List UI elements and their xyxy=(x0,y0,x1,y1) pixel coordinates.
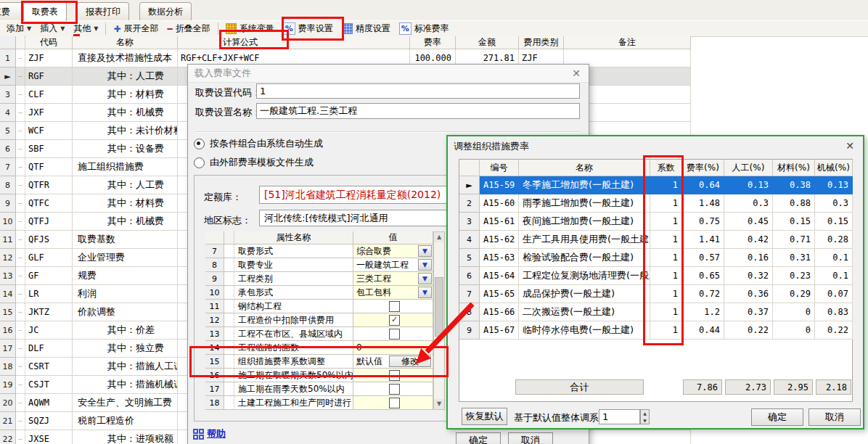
machine-cell: 0.1 xyxy=(815,267,853,285)
row-number: 18 xyxy=(0,358,16,376)
radio-external-template[interactable]: 由外部费率模板文件生成 xyxy=(194,156,314,169)
checkbox[interactable] xyxy=(389,398,400,408)
property-value-cell[interactable] xyxy=(353,382,433,396)
scroll-up-icon[interactable]: ▲ xyxy=(434,232,444,242)
property-row[interactable]: 10承包形式包工包料▼ xyxy=(205,286,445,300)
coef-spinner[interactable]: ▲▼ xyxy=(640,409,650,424)
chevron-down-icon[interactable]: ▼ xyxy=(418,259,432,271)
chevron-down-icon[interactable]: ▼ xyxy=(418,245,432,257)
table-row[interactable]: ►A15-59冬季施工增加费(一般土建)10.640.130.380.13 xyxy=(459,176,852,194)
property-row[interactable]: 13工程不在市区、县城区域内 xyxy=(205,327,445,341)
table-row[interactable]: 4A15-62生产工具用具使用费(一般土建)11.410.420.710.28 xyxy=(459,231,852,249)
expand-all-button[interactable]: ✚展开全部 xyxy=(109,22,163,36)
name-cell: 其中：进项税额 xyxy=(73,430,178,444)
property-value-cell[interactable] xyxy=(353,327,433,341)
table-row[interactable]: 9A15-67临时停水停电费(一般土建)10.440.2200.22 xyxy=(459,321,852,340)
machine-cell: 0.83 xyxy=(815,303,853,321)
property-value-cell[interactable]: 默认值修改 xyxy=(353,355,433,369)
table-row[interactable]: 6A15-64工程定位复测场地清理费(一般土建)10.650.320.230.1 xyxy=(459,267,852,285)
close-icon[interactable]: ✕ xyxy=(570,67,583,80)
chevron-down-icon: ▼ xyxy=(94,25,98,32)
table-row[interactable]: 8A15-66二次搬运费(一般土建)11.20.3700.83 xyxy=(459,303,852,321)
row-number: 12 xyxy=(0,249,16,267)
checkbox[interactable] xyxy=(389,384,400,395)
scroll-down-icon[interactable]: ▼ xyxy=(434,399,444,409)
radio-auto-generate[interactable]: 按条件组合由系统自动生成 xyxy=(194,137,323,150)
coef-adjust-input[interactable]: 1 xyxy=(599,409,640,424)
chevron-down-icon[interactable]: ▼ xyxy=(418,273,432,284)
row-number: 7 xyxy=(0,158,16,176)
checkbox[interactable] xyxy=(389,301,400,312)
table-row[interactable]: 7A15-65成品保护费(一般土建)10.720.360.290.07 xyxy=(459,285,852,303)
collapse-all-button[interactable]: ━折叠全部 xyxy=(163,22,215,36)
property-row[interactable]: 16施工期在取暖期天数50%以内 xyxy=(205,369,445,382)
property-row[interactable]: 17施工期在雨季天数50%以内 xyxy=(205,382,445,396)
table-row[interactable]: 2A15-60雨季施工增加费(一般土建)11.480.30.880.3 xyxy=(459,194,852,213)
property-row[interactable]: 11钢结构工程 xyxy=(205,300,445,313)
property-row[interactable]: 18土建工程施工和生产同时进行 xyxy=(205,396,445,410)
modify-button[interactable]: 修改 xyxy=(389,355,431,367)
close-icon[interactable]: ✕ xyxy=(844,140,856,152)
precision-settings-button[interactable]: 精度设置 xyxy=(337,22,395,36)
total-labor: 2.73 xyxy=(725,379,771,395)
row-number: 21 xyxy=(0,412,16,430)
name-cell: 其中：措施人工调整 xyxy=(73,358,178,376)
property-value-cell[interactable]: 综合取费▼ xyxy=(353,244,433,258)
property-value-cell[interactable]: 一般建筑工程▼ xyxy=(353,258,433,272)
property-row[interactable]: 9工程类别三类工程▼ xyxy=(205,272,445,286)
material-cell: 0.29 xyxy=(773,285,815,303)
tab-fee-table[interactable]: 取费表 xyxy=(23,1,67,21)
system-variables-button[interactable]: 系统变量 xyxy=(221,22,279,36)
scroll-thumb[interactable] xyxy=(435,277,443,337)
property-value-cell[interactable] xyxy=(353,300,433,313)
property-row[interactable]: 15组织措施费率系数调整默认值修改 xyxy=(205,355,445,369)
load-dialog-ok-button[interactable]: 确定 xyxy=(456,432,501,444)
scrollbar[interactable]: ▲ ▼ xyxy=(433,231,445,410)
property-row[interactable]: 7取费形式综合取费▼ xyxy=(205,244,445,258)
rate-cell: 0.65 xyxy=(682,267,724,285)
property-value-cell[interactable] xyxy=(353,396,433,410)
fee-name-input[interactable]: 一般建筑工程.三类工程 xyxy=(256,103,580,119)
property-name-cell: 钢结构工程 xyxy=(234,300,353,313)
col-header-formula: 计算公式 xyxy=(178,36,410,49)
quota-lib-label: 定额库： xyxy=(204,191,242,204)
name-cell: 冬季施工增加费(一般土建) xyxy=(519,176,650,194)
property-row[interactable]: 14工程临路的面数0 xyxy=(205,341,445,355)
tab-data-analysis[interactable]: 数据分析 xyxy=(139,2,192,20)
property-value-cell[interactable] xyxy=(353,369,433,382)
other-menu[interactable]: 其他▼ xyxy=(69,22,102,36)
property-row[interactable]: 8取费专业一般建筑工程▼ xyxy=(205,258,445,272)
property-value-cell[interactable]: 0 xyxy=(353,341,433,355)
tree-cell xyxy=(224,396,234,410)
add-menu[interactable]: 添加▼ xyxy=(2,22,36,36)
load-dialog-cancel-button[interactable]: 取消 xyxy=(508,432,553,444)
insert-menu[interactable]: 插入▼ xyxy=(36,22,69,36)
table-row[interactable]: 3A15-61夜间施工增加费(一般土建)10.750.450.150.15 xyxy=(459,213,852,231)
grid-icon xyxy=(342,23,353,34)
checkbox[interactable]: ✓ xyxy=(389,315,400,326)
adjust-dialog-cancel-button[interactable]: 取消 xyxy=(808,408,861,426)
table-row[interactable]: 5A15-63检验试验配合费(一般土建)10.570.160.310.1 xyxy=(459,249,852,267)
row-number: 15 xyxy=(205,355,224,369)
adjust-dialog-ok-button[interactable]: 确定 xyxy=(751,408,803,426)
rate-settings-button[interactable]: %费率设置 xyxy=(279,22,337,36)
tree-cell: ┄ xyxy=(16,49,25,67)
standard-rates-button[interactable]: %标准费率 xyxy=(395,22,454,36)
chevron-down-icon[interactable]: ▼ xyxy=(418,287,432,298)
name-cell: 其中：未计价材料费 xyxy=(73,122,178,140)
name-cell: 其中：措施机械调整 xyxy=(73,376,178,394)
fee-code-input[interactable]: 1 xyxy=(256,83,580,99)
checkbox[interactable] xyxy=(389,370,400,381)
tab-report-print[interactable]: 报表打印 xyxy=(77,2,129,20)
coef-cell: 1 xyxy=(650,194,682,213)
property-row[interactable]: 12工程造价中扣除甲供费用✓ xyxy=(205,313,445,327)
property-value-cell[interactable]: 包工包料▼ xyxy=(353,286,433,300)
property-value-cell[interactable]: 三类工程▼ xyxy=(353,272,433,286)
code-cell: JXSE xyxy=(25,430,73,444)
property-name-cell: 土建工程施工和生产同时进行 xyxy=(234,396,353,410)
property-value-cell[interactable]: ✓ xyxy=(353,313,433,327)
tree-cell: ┄ xyxy=(16,231,25,249)
help-link[interactable]: 帮助 xyxy=(193,427,226,440)
checkbox[interactable] xyxy=(389,329,400,340)
restore-default-button[interactable]: 恢复默认 xyxy=(462,408,507,425)
